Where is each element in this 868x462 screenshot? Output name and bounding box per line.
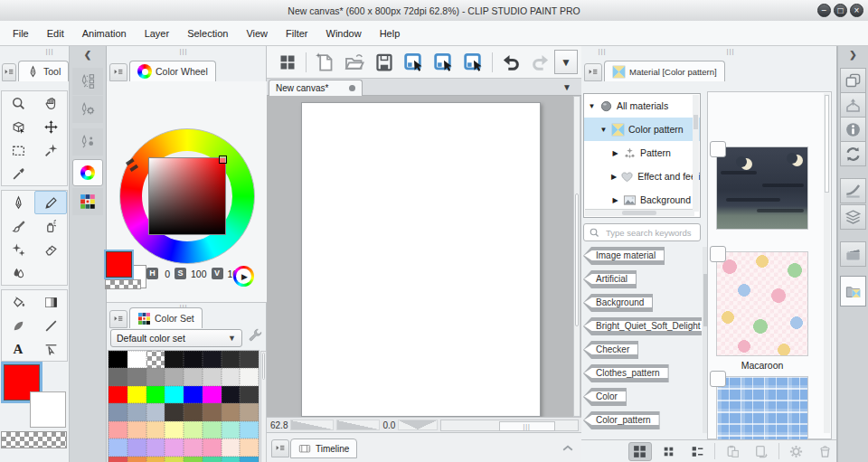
color-swatch[interactable]	[240, 438, 259, 456]
pointer-button-3-button[interactable]	[462, 51, 486, 74]
open-file-button[interactable]	[343, 51, 366, 74]
material-thumb-night-sky-05[interactable]	[716, 146, 808, 230]
color-swatch[interactable]	[203, 386, 222, 403]
stroke-button[interactable]	[840, 178, 866, 203]
collapse-left-icon[interactable]: ❮	[70, 50, 106, 60]
pen-tool[interactable]	[2, 191, 34, 214]
view-list-button[interactable]	[686, 442, 710, 461]
edit-color-set-button[interactable]	[248, 327, 263, 343]
blend-tool[interactable]	[2, 261, 34, 285]
canvas-viewport[interactable]	[267, 96, 581, 417]
zoom-value[interactable]: 62.8	[270, 420, 288, 430]
color-swatch[interactable]	[127, 438, 146, 456]
menu-layer[interactable]: Layer	[136, 28, 179, 39]
auto-select-tool[interactable]	[34, 138, 67, 162]
color-swatch[interactable]	[146, 351, 165, 368]
expand-timeline-button[interactable]	[561, 442, 574, 455]
color-swatch[interactable]	[146, 438, 165, 456]
color-swatch[interactable]	[108, 368, 127, 385]
tree-item-pattern[interactable]: ▶Pattern	[584, 141, 700, 165]
material-checkbox[interactable]	[710, 246, 726, 262]
color-swatch[interactable]	[240, 368, 259, 385]
zoom-slider-2[interactable]	[336, 420, 380, 430]
undo-button[interactable]	[499, 51, 523, 74]
color-wheel-mode-button[interactable]	[233, 266, 254, 287]
color-swatch[interactable]	[222, 403, 241, 420]
color-swatch[interactable]	[240, 351, 259, 368]
color-swatch[interactable]	[127, 457, 146, 462]
color-swatch[interactable]	[184, 368, 203, 385]
menu-window[interactable]: Window	[317, 28, 371, 39]
color-swatch[interactable]	[184, 403, 203, 420]
panel-grip[interactable]	[36, 46, 63, 56]
zoom-tool[interactable]	[2, 91, 34, 115]
gradient-tool[interactable]	[34, 290, 67, 314]
palette-button-color-set[interactable]	[72, 188, 103, 215]
color-swatch[interactable]	[222, 438, 241, 456]
minimize-button[interactable]: −	[817, 4, 831, 17]
eraser-tool[interactable]	[34, 238, 67, 261]
move-hand-tool[interactable]	[34, 91, 67, 115]
fill-tool[interactable]	[2, 290, 34, 314]
color-swatch[interactable]	[184, 457, 203, 462]
tab-color-wheel[interactable]: Color Wheel	[129, 61, 216, 81]
color-set-dropdown[interactable]: Default color set ▼	[110, 329, 242, 347]
object-tool[interactable]	[34, 337, 67, 361]
search-input[interactable]	[604, 227, 695, 239]
tree-vertical-scrollbar[interactable]	[693, 95, 699, 212]
canvas-vertical-scrollbar[interactable]	[573, 96, 580, 417]
color-swatch[interactable]	[203, 368, 222, 385]
menu-view[interactable]: View	[237, 28, 277, 39]
view-large-grid-button[interactable]	[628, 442, 652, 461]
export-material-button[interactable]	[750, 442, 773, 461]
color-swatch[interactable]	[127, 351, 146, 368]
rotate-slider[interactable]	[398, 420, 438, 430]
clip-studio-home-button[interactable]	[276, 51, 299, 74]
brush-tool[interactable]	[2, 214, 34, 238]
maximize-button[interactable]: □	[834, 4, 847, 17]
foreground-color-swatch[interactable]	[106, 251, 132, 278]
text-tool[interactable]: A	[2, 337, 34, 361]
new-canvas-button[interactable]	[313, 51, 336, 74]
view-small-grid-button[interactable]	[657, 442, 681, 461]
color-swatch[interactable]	[184, 421, 203, 438]
panel-grip[interactable]	[170, 46, 197, 56]
material-settings-button[interactable]	[785, 442, 808, 461]
menu-help[interactable]: Help	[371, 28, 410, 39]
color-swatch[interactable]	[165, 421, 184, 438]
tab-material[interactable]: Material [Color pattern]	[604, 61, 725, 81]
canvas-tab-list-button[interactable]: ▼	[556, 80, 578, 94]
upload-button[interactable]	[840, 92, 866, 118]
tree-item-color-pattern[interactable]: ▼Color pattern	[584, 118, 700, 141]
delete-material-button[interactable]	[813, 442, 836, 461]
material-search-box[interactable]	[583, 223, 701, 241]
menu-selection[interactable]: Selection	[178, 28, 237, 39]
color-swatch[interactable]	[108, 438, 127, 456]
pointer-button-1-button[interactable]	[402, 51, 426, 74]
color-swatch[interactable]	[203, 438, 222, 456]
tag-background[interactable]: Background	[583, 294, 702, 317]
move-layer-tool[interactable]	[34, 115, 67, 138]
color-swatch[interactable]	[108, 351, 127, 368]
tab-modified-dot[interactable]	[349, 85, 355, 91]
clapperboard-button[interactable]	[840, 241, 866, 267]
palette-button-tool-property[interactable]	[72, 96, 103, 123]
eyedropper-tool[interactable]	[2, 162, 34, 185]
color-set-scrollbar[interactable]	[260, 351, 267, 462]
color-swatch[interactable]	[165, 386, 184, 403]
timeline-panel-menu-button[interactable]	[271, 439, 289, 457]
info-button[interactable]	[840, 117, 866, 142]
decoration-tool[interactable]	[2, 238, 34, 261]
palette-button-brush-size[interactable]	[72, 128, 103, 156]
chevron-right-icon[interactable]: ▶	[611, 196, 619, 204]
color-swatch[interactable]	[203, 421, 222, 438]
tag-checker[interactable]: Checker	[583, 341, 702, 364]
palette-button-color-wheel[interactable]	[72, 159, 103, 186]
collapse-right-icon[interactable]: ❯	[838, 50, 868, 60]
ruler-tool[interactable]	[34, 314, 67, 337]
material-thumb-macaroon[interactable]	[716, 251, 808, 356]
color-swatch[interactable]	[165, 438, 184, 456]
color-swatch[interactable]	[146, 368, 165, 385]
color-swatch[interactable]	[222, 368, 241, 385]
color-set-panel-menu-button[interactable]	[109, 310, 127, 328]
